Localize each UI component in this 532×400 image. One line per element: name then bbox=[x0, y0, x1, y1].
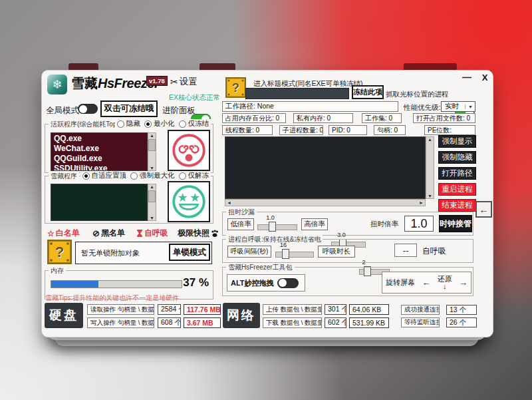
radio-icon bbox=[117, 120, 124, 128]
scroll-right-icon[interactable]: ► bbox=[419, 200, 424, 205]
toggle-knob bbox=[79, 105, 87, 113]
advanced-panel-label: 进阶面板 bbox=[162, 105, 196, 116]
frozen-process-list[interactable] bbox=[51, 184, 148, 221]
title-mode-input[interactable] bbox=[245, 88, 349, 99]
scroll-up-icon[interactable]: ▲ bbox=[428, 137, 432, 142]
radio-hide[interactable]: 隐藏 bbox=[117, 119, 140, 128]
double-click-freeze-button[interactable]: 双击可冻结哦 bbox=[100, 100, 158, 117]
radio-minimize[interactable]: 最小化 bbox=[144, 119, 175, 128]
breath-duration-button[interactable]: 呼吸时长 bbox=[318, 246, 355, 258]
radio-label: 隐藏 bbox=[126, 119, 140, 128]
active-process-list[interactable]: QQ.exe WeChat.exe QQGuild.exe SSDUtility… bbox=[51, 132, 148, 171]
slider-value-label: 16 bbox=[280, 242, 287, 248]
kill-process-button[interactable]: 结束进程 bbox=[438, 199, 476, 212]
slider-value-label: 1.0 bbox=[266, 214, 275, 221]
star-icon: ☆ bbox=[47, 229, 55, 238]
stat-open-files: 打开占用文件数: 0 bbox=[413, 113, 475, 123]
disk-read-size: 117.76 MB bbox=[184, 304, 221, 315]
radio-freeze-only[interactable]: 仅冻结 bbox=[179, 119, 209, 128]
net-download-size: 531.99 KB bbox=[349, 317, 389, 328]
rotate-right-button[interactable]: → bbox=[459, 278, 467, 288]
restart-process-button[interactable]: 重启进程 bbox=[438, 183, 476, 196]
breath-interval-slider[interactable]: 16 bbox=[275, 242, 314, 260]
priority-value: 实时 bbox=[445, 102, 459, 111]
back-arrow-button[interactable]: ← bbox=[475, 201, 492, 218]
radio-adaptive-top[interactable]: 自适应置顶 bbox=[82, 171, 127, 180]
detail-vertical-scrollbar[interactable]: ▲ ▼ bbox=[426, 136, 434, 199]
scroll-up-icon[interactable]: ▲ bbox=[150, 184, 154, 189]
rotate-restore-button[interactable]: 还原 bbox=[438, 276, 452, 283]
low-rate-button[interactable]: 低倍率 bbox=[227, 218, 254, 230]
alt-drag-toggle[interactable] bbox=[277, 278, 299, 288]
toolkit-group: 雪藏HsFreezer工具包 ALT妙控拖拽 旋转屏幕 ← 还原 ↓ → bbox=[222, 267, 473, 296]
desktop-background: ❄ 雪藏HsFreezer v1.78 ✂设置 EX核心状态正常 — X 全局模… bbox=[0, 0, 532, 400]
list-item[interactable]: QQGuild.exe bbox=[54, 154, 144, 164]
scroll-down-icon[interactable]: ▼ bbox=[150, 166, 154, 170]
radio-icon bbox=[82, 172, 90, 180]
svg-text:?: ? bbox=[232, 81, 239, 95]
breath-interval-button[interactable]: 呼吸间隔(秒) bbox=[227, 246, 271, 258]
scroll-thumb[interactable] bbox=[148, 190, 156, 202]
detail-horizontal-scrollbar[interactable]: ◄ ► bbox=[225, 199, 426, 206]
frozen-programs-group: 雪藏程序 自适应置顶 强制最大化 仅解冻 ▲ ▼ bbox=[45, 176, 213, 224]
scroll-left-icon[interactable]: ◄ bbox=[227, 200, 231, 205]
snapshot-button[interactable]: 极限快照 bbox=[178, 228, 219, 239]
list-item[interactable]: WeChat.exe bbox=[54, 144, 144, 154]
single-lock-status: 暂无单锁附加对象 bbox=[81, 248, 140, 258]
low-rate-slider[interactable]: 1.0 bbox=[257, 215, 297, 232]
breath-dash-box: -- bbox=[394, 244, 417, 257]
radio-force-maximize[interactable]: 强制最大化 bbox=[130, 171, 175, 180]
hsfreezer-window: ❄ 雪藏HsFreezer v1.78 ✂设置 EX核心状态正常 — X 全局模… bbox=[41, 70, 493, 337]
net-upload-count: 301 个 bbox=[325, 304, 346, 315]
force-hide-button[interactable]: 强制隐藏 bbox=[438, 151, 476, 164]
scissors-icon: ✂ bbox=[170, 77, 178, 87]
net-connected-count: 13 个 bbox=[446, 305, 477, 315]
single-lock-mode-button[interactable]: 单锁模式 bbox=[169, 244, 210, 261]
scroll-down-icon[interactable]: ▼ bbox=[150, 216, 154, 220]
close-button[interactable]: X bbox=[479, 73, 490, 83]
scroll-thumb[interactable] bbox=[148, 139, 156, 151]
slider-track[interactable] bbox=[257, 224, 297, 230]
radio-icon bbox=[130, 172, 138, 180]
scroll-down-icon[interactable]: ▼ bbox=[428, 194, 432, 198]
process-detail-list[interactable] bbox=[225, 136, 426, 199]
list-item[interactable]: QQ.exe bbox=[54, 134, 144, 144]
rotate-left-button[interactable]: ← bbox=[422, 278, 430, 288]
blacklist-label: 黑名单 bbox=[101, 228, 125, 239]
whitelist-button[interactable]: ☆白名单 bbox=[47, 228, 80, 239]
single-lock-box: 暂无单锁附加对象 单锁模式 bbox=[75, 242, 212, 264]
question-block-icon: ? ? bbox=[225, 77, 246, 98]
active-list-scrollbar[interactable]: ▲ ▼ bbox=[148, 132, 156, 171]
paw-icon bbox=[211, 230, 219, 238]
settings-button[interactable]: ✂设置 bbox=[170, 76, 198, 88]
radio-unfreeze-only[interactable]: 仅解冻 bbox=[179, 171, 209, 180]
rotate-down-button[interactable]: ↓ bbox=[443, 283, 447, 290]
warp-rate-label: 扭时倍率 bbox=[370, 220, 398, 229]
slider-thumb[interactable] bbox=[282, 249, 289, 259]
alt-drag-label: ALT妙控拖拽 bbox=[231, 278, 274, 288]
net-upload-size: 64.06 KB bbox=[349, 304, 389, 315]
stat-threads: 线程数量: 0 bbox=[222, 125, 273, 135]
force-show-button[interactable]: 强制显示 bbox=[438, 135, 476, 148]
slider-thumb[interactable] bbox=[269, 222, 276, 232]
list-item[interactable]: SSDUtility.exe bbox=[54, 164, 144, 171]
open-path-button[interactable]: 打开路径 bbox=[438, 167, 476, 180]
prohibition-icon: ⊘ bbox=[92, 228, 100, 238]
clock-takeover-button[interactable]: 时钟接管 bbox=[439, 215, 472, 232]
blacklist-button[interactable]: ⊘黑名单 bbox=[92, 228, 125, 239]
self-breath-label: 自呼吸 bbox=[144, 228, 168, 239]
freeze-item-button[interactable]: 冻结此项 bbox=[352, 85, 384, 99]
frozen-list-scrollbar[interactable]: ▲ ▼ bbox=[148, 184, 156, 221]
toggle-knob bbox=[279, 279, 287, 287]
high-rate-button[interactable]: 高倍率 bbox=[301, 218, 328, 230]
alt-drag-box: ALT妙控拖拽 bbox=[227, 274, 305, 292]
priority-dropdown[interactable]: 实时 ▼ bbox=[441, 101, 475, 112]
star-face-box bbox=[168, 181, 210, 222]
slider-track[interactable] bbox=[275, 252, 314, 258]
radio-label: 自适应置顶 bbox=[92, 171, 127, 180]
global-mode-toggle[interactable] bbox=[78, 104, 98, 114]
minimize-button[interactable]: — bbox=[460, 72, 473, 83]
self-breath-button[interactable]: 自呼吸 bbox=[136, 228, 168, 239]
scroll-up-icon[interactable]: ▲ bbox=[150, 133, 154, 138]
radio-icon bbox=[144, 120, 152, 128]
